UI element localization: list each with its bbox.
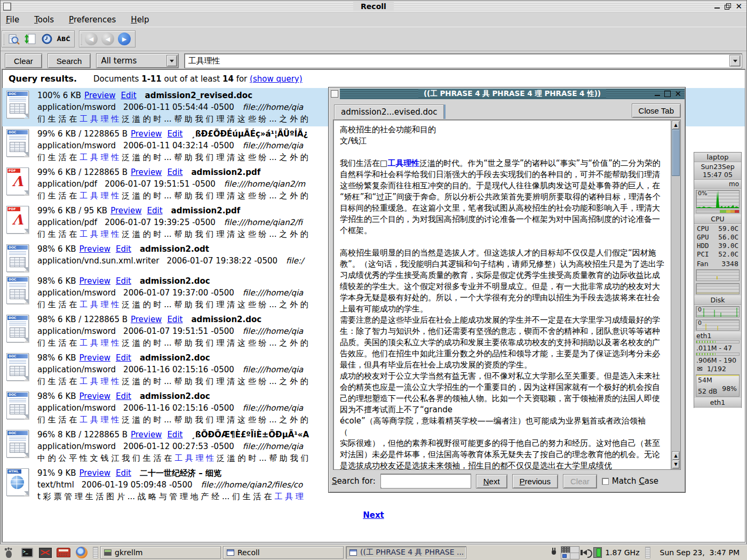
- window-title: Recoll: [1, 2, 746, 11]
- fan-chart-lower[interactable]: [696, 283, 740, 294]
- typewriter-launcher-icon[interactable]: [54, 546, 73, 559]
- taskbar-task-button[interactable]: ((工 PHRASE 4 具 PHRASE ...: [346, 546, 466, 559]
- power-plug-icon[interactable]: [550, 547, 558, 558]
- close-icon[interactable]: ✕: [735, 3, 742, 10]
- show-query-link[interactable]: (show query): [250, 74, 303, 84]
- cpu-chart[interactable]: 0%: [696, 190, 740, 209]
- scroll-up-icon[interactable]: [672, 121, 680, 130]
- chevron-down-icon[interactable]: [166, 55, 177, 67]
- gkrellm-window[interactable]: laptop Sun23Sep 15:47 05 mo 0% CPU CPU59…: [694, 152, 742, 408]
- preview-link[interactable]: Preview: [80, 391, 110, 401]
- edit-link[interactable]: Edit: [167, 315, 182, 324]
- taskbar-handle[interactable]: [93, 547, 98, 558]
- gkrellm-clock[interactable]: Sun23Sep 15:47 05: [694, 162, 741, 180]
- terminal-launcher-icon[interactable]: >_: [18, 546, 36, 559]
- workspace-switcher[interactable]: [561, 546, 579, 559]
- find-previous-button[interactable]: Previous: [512, 474, 558, 489]
- edit-link[interactable]: Edit: [116, 353, 131, 363]
- scroll-up2-icon[interactable]: [672, 451, 680, 460]
- scroll-down-icon[interactable]: [672, 460, 680, 469]
- preview-tab[interactable]: admission2...evised.doc: [334, 105, 444, 119]
- result-mimetype: application/msword: [37, 403, 116, 413]
- edit-link[interactable]: Edit: [116, 276, 131, 286]
- cpu-frequency-icon[interactable]: [593, 547, 602, 558]
- preview-scrollbar[interactable]: [671, 120, 680, 469]
- disk-chart-1[interactable]: 0: [696, 306, 740, 318]
- preview-link[interactable]: Preview: [131, 315, 162, 324]
- task-label: Recoll: [237, 548, 260, 557]
- query-fragments-icon[interactable]: [6, 32, 21, 46]
- preview-search-input[interactable]: [381, 475, 471, 487]
- clear-button[interactable]: Clear: [5, 53, 42, 68]
- taskbar-task-button[interactable]: gkrellm: [100, 546, 221, 559]
- search-term-highlight: 工 具 理 性: [80, 338, 119, 348]
- preview-titlebar[interactable]: ((工 PHRASE 4 具 PHRASE 4 理 PHRASE 4 性)) ✕: [340, 89, 685, 99]
- memory-panel[interactable]: 54M 98% 52 dB: [696, 374, 740, 397]
- mail-monitor[interactable]: ✉ 1/192: [694, 364, 741, 373]
- doc-file-icon: DOC: [6, 129, 29, 157]
- query-history-arrow-icon[interactable]: [729, 55, 741, 67]
- preview-link[interactable]: Preview: [80, 244, 110, 254]
- workspace-4[interactable]: [570, 553, 579, 559]
- find-next-button[interactable]: Next: [476, 474, 507, 489]
- edit-link[interactable]: Edit: [167, 430, 182, 439]
- preview-link[interactable]: Preview: [84, 91, 115, 100]
- menu-tools[interactable]: Tools: [34, 15, 54, 25]
- sort-parameters-icon[interactable]: [23, 32, 38, 46]
- taskbar-clock[interactable]: Sun Sep 23, 3:47 PM: [656, 548, 745, 557]
- preview-link[interactable]: Preview: [80, 276, 110, 286]
- query-input[interactable]: [186, 55, 730, 67]
- preview-close-icon[interactable]: ✕: [674, 91, 681, 97]
- edit-link[interactable]: Edit: [116, 244, 131, 254]
- preview-window-menu-icon[interactable]: [331, 90, 338, 98]
- edit-link[interactable]: Edit: [121, 91, 136, 100]
- firefox-launcher-icon[interactable]: [73, 546, 91, 559]
- preview-minimize-icon[interactable]: [654, 91, 661, 97]
- menu-preferences[interactable]: Preferences: [69, 15, 116, 25]
- match-case-checkbox[interactable]: [602, 478, 609, 485]
- edit-link[interactable]: Edit: [116, 468, 131, 478]
- nav-back-icon[interactable]: ◀: [100, 32, 115, 46]
- maximize-icon[interactable]: [725, 3, 731, 10]
- preview-link[interactable]: Preview: [131, 129, 162, 139]
- edit-link[interactable]: Edit: [147, 206, 163, 215]
- gnome-menu-icon[interactable]: [0, 546, 18, 559]
- history-icon[interactable]: [39, 32, 54, 46]
- menu-file[interactable]: File: [6, 15, 19, 25]
- preview-link[interactable]: Preview: [80, 468, 110, 478]
- mem-used: 54M: [698, 376, 712, 384]
- term-explorer-icon[interactable]: ÅBĈ: [56, 32, 71, 46]
- disk-chart-2[interactable]: 0: [696, 319, 740, 330]
- nav-forward-icon[interactable]: ▶: [117, 32, 132, 46]
- search-term-highlight: 工 具 理 性: [174, 453, 214, 463]
- search-button[interactable]: Search: [47, 53, 91, 68]
- minimize-icon[interactable]: [714, 3, 720, 10]
- edit-link[interactable]: Edit: [167, 129, 182, 139]
- edit-link[interactable]: Edit: [167, 167, 182, 177]
- taskbar-task-button[interactable]: Recoll: [223, 546, 344, 559]
- task-label: ((工 PHRASE 4 具 PHRASE ...: [360, 548, 464, 557]
- tray-handle[interactable]: [645, 547, 650, 558]
- next-page-link[interactable]: Next: [363, 510, 384, 520]
- preview-link[interactable]: Preview: [131, 430, 162, 439]
- result-title: admission2.doc: [140, 276, 210, 286]
- menu-help[interactable]: Help: [131, 15, 149, 25]
- find-clear-button[interactable]: Clear: [563, 474, 597, 489]
- search-mode-select[interactable]: All terms: [96, 53, 179, 68]
- nav-first-icon[interactable]: ◀: [84, 32, 99, 46]
- fan-chart-upper[interactable]: [696, 269, 740, 281]
- close-tab-button[interactable]: Close Tab: [632, 103, 681, 118]
- workspace-3[interactable]: [561, 553, 570, 559]
- preview-link[interactable]: Preview: [80, 353, 110, 363]
- task-window-icon: [227, 549, 234, 556]
- workspace-2[interactable]: [570, 547, 579, 553]
- preview-link[interactable]: Preview: [131, 167, 162, 177]
- window-titlebar[interactable]: Recoll ✕: [1, 1, 746, 12]
- preview-link[interactable]: Preview: [110, 206, 141, 215]
- volume-icon[interactable]: [583, 550, 590, 555]
- force-quit-icon[interactable]: [36, 546, 54, 559]
- workspace-1[interactable]: [561, 547, 570, 553]
- scrollbar-thumb[interactable]: [672, 129, 680, 176]
- preview-maximize-icon[interactable]: [664, 91, 671, 97]
- edit-link[interactable]: Edit: [116, 391, 131, 401]
